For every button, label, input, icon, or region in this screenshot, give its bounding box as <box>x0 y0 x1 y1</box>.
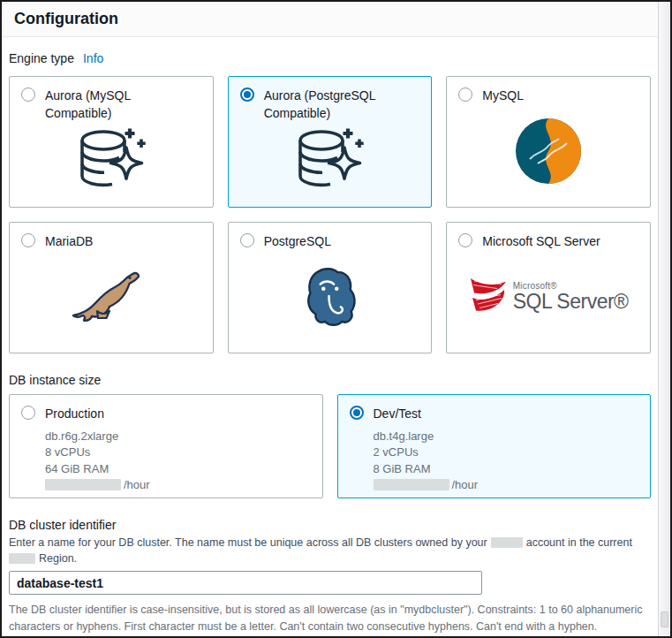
price-suffix: /hour <box>452 477 479 493</box>
tile-head: PostgreSQL <box>240 232 420 250</box>
sql-server-swoosh-icon <box>469 277 508 317</box>
engine-type-label-row: Engine type Info <box>9 51 651 65</box>
radio-aurora-postgresql[interactable] <box>240 87 254 102</box>
radio-mysql[interactable] <box>458 87 472 102</box>
sql-server-name-text: SQL Server® <box>513 291 629 312</box>
instance-vcpus: 2 vCPUs <box>374 444 639 460</box>
mysql-icon <box>513 116 584 186</box>
instance-type: db.r6g.2xlarge <box>45 429 311 444</box>
tile-head: MariaDB <box>21 232 201 250</box>
db-cluster-identifier-section: DB cluster identifier Enter a name for y… <box>9 518 651 635</box>
engine-option-label: PostgreSQL <box>264 232 331 250</box>
tile-head: Aurora (MySQL Compatible) <box>21 87 201 123</box>
radio-aurora-mysql[interactable] <box>21 87 35 102</box>
engine-options-row-2: MariaDB PostgreSQL <box>9 222 651 353</box>
instance-ram: 8 GiB RAM <box>374 461 639 477</box>
instance-vcpus: 8 vCPUs <box>45 444 311 460</box>
tile-icon-area <box>458 104 638 197</box>
tile-icon-area <box>21 123 201 197</box>
tile-icon-area <box>240 250 420 343</box>
db-instance-size-label-row: DB instance size <box>9 373 651 387</box>
page-title: Configuration <box>14 10 118 28</box>
engine-type-label: Engine type <box>9 51 74 65</box>
radio-dev-test[interactable] <box>350 406 364 420</box>
redacted-region-name <box>9 553 35 564</box>
engine-options-row-1: Aurora (MySQL Compatible) <box>9 76 651 208</box>
db-cluster-identifier-constraint: The DB cluster identifier is case-insens… <box>9 602 651 635</box>
size-option-label: Production <box>45 405 104 422</box>
description-text: Region. <box>39 552 77 565</box>
instance-price-row: /hour <box>374 477 639 493</box>
mariadb-icon <box>64 270 158 324</box>
scrollbar-thumb[interactable] <box>661 611 668 627</box>
tile-head: Aurora (PostgreSQL Compatible) <box>240 87 420 123</box>
tile-head: Production <box>21 405 311 422</box>
tile-icon-area: Microsoft® SQL Server® <box>458 250 638 343</box>
tile-head: Microsoft SQL Server <box>458 232 638 250</box>
engine-option-sql-server[interactable]: Microsoft SQL Server Mic <box>446 222 651 353</box>
engine-option-label: Microsoft SQL Server <box>482 232 600 250</box>
price-suffix: /hour <box>124 477 150 493</box>
db-cluster-identifier-label: DB cluster identifier <box>9 518 651 532</box>
radio-postgresql[interactable] <box>240 233 254 247</box>
redacted-price <box>374 479 449 490</box>
engine-option-label: MariaDB <box>45 232 93 250</box>
size-option-production[interactable]: Production db.r6g.2xlarge 8 vCPUs 64 GiB… <box>9 394 323 498</box>
engine-option-aurora-mysql[interactable]: Aurora (MySQL Compatible) <box>9 76 214 208</box>
description-text: Enter a name for your DB cluster. The na… <box>9 536 487 549</box>
aurora-icon <box>73 125 149 194</box>
tile-head: Dev/Test <box>350 405 639 422</box>
engine-option-postgresql[interactable]: PostgreSQL <box>228 222 433 353</box>
db-instance-size-label: DB instance size <box>9 373 101 387</box>
instance-type: db.t4g.large <box>374 429 639 444</box>
engine-option-mysql[interactable]: MySQL <box>446 76 651 208</box>
redacted-account-name <box>491 537 523 548</box>
tile-icon-area <box>240 123 420 197</box>
description-text: account in the current <box>526 536 632 549</box>
panel-header: Configuration <box>2 2 658 37</box>
redacted-price <box>45 479 121 490</box>
engine-option-aurora-postgresql[interactable]: Aurora (PostgreSQL Compatible) <box>228 76 433 208</box>
tile-head: MySQL <box>458 87 638 104</box>
db-cluster-identifier-input[interactable] <box>9 571 482 595</box>
sql-server-wordmark: Microsoft® SQL Server® <box>513 281 629 312</box>
radio-production[interactable] <box>21 406 35 420</box>
engine-option-label: MySQL <box>482 87 524 104</box>
scrollbar-track[interactable] <box>658 2 670 636</box>
db-cluster-identifier-description: Enter a name for your DB cluster. The na… <box>9 535 651 566</box>
instance-ram: 64 GiB RAM <box>45 461 311 477</box>
sql-server-logo: Microsoft® SQL Server® <box>469 277 629 317</box>
radio-sql-server[interactable] <box>458 233 472 247</box>
engine-option-label: Aurora (PostgreSQL Compatible) <box>264 87 410 123</box>
engine-option-mariadb[interactable]: MariaDB <box>9 222 214 353</box>
size-option-specs: db.t4g.large 2 vCPUs 8 GiB RAM /hour <box>374 429 639 493</box>
engine-type-info-link[interactable]: Info <box>83 51 103 65</box>
tile-icon-area <box>21 250 201 343</box>
panel-content: Engine type Info Aurora (MySQL Compatibl… <box>2 51 658 638</box>
postgresql-icon <box>300 266 359 328</box>
db-instance-size-options: Production db.r6g.2xlarge 8 vCPUs 64 GiB… <box>9 394 651 498</box>
configuration-panel: Configuration Engine type Info Aurora (M… <box>0 0 672 638</box>
size-option-label: Dev/Test <box>374 405 421 422</box>
size-option-specs: db.r6g.2xlarge 8 vCPUs 64 GiB RAM /hour <box>45 429 311 493</box>
radio-mariadb[interactable] <box>21 233 35 247</box>
size-option-dev-test[interactable]: Dev/Test db.t4g.large 2 vCPUs 8 GiB RAM … <box>337 394 652 498</box>
aurora-icon <box>291 125 367 194</box>
instance-price-row: /hour <box>45 477 311 493</box>
engine-option-label: Aurora (MySQL Compatible) <box>45 87 191 123</box>
